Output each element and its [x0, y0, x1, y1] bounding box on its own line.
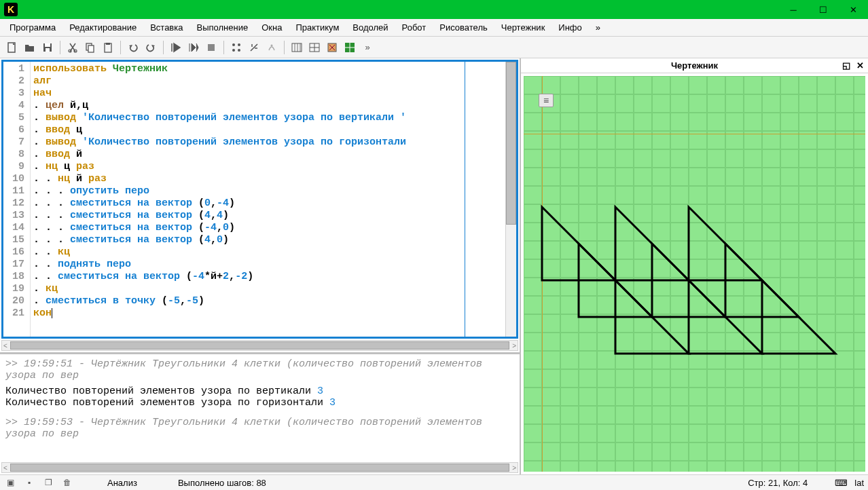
code-line[interactable]: . . поднять перо	[33, 259, 462, 271]
line-gutter: 123456789101112131415161718192021	[3, 62, 31, 337]
code-line[interactable]: . кц	[33, 283, 462, 295]
panel-close-button[interactable]: ✕	[854, 60, 865, 71]
maximize-button[interactable]: ☐	[808, 0, 838, 19]
cursor-position: Стр: 21, Кол: 4	[748, 478, 808, 488]
menu-окна[interactable]: Окна	[255, 20, 289, 35]
svg-point-14	[238, 49, 240, 52]
canvas-menu-button[interactable]: ≡	[539, 94, 554, 107]
menu-»[interactable]: »	[589, 20, 607, 35]
status-analysis: Анализ	[107, 478, 137, 488]
more-button[interactable]: »	[359, 39, 376, 56]
code-line[interactable]: . . . сместиться на вектор (-4,0)	[33, 222, 462, 234]
drawing-canvas[interactable]: ≡	[524, 76, 865, 472]
code-line[interactable]: . . кц	[33, 246, 462, 259]
pal-button[interactable]	[324, 39, 340, 56]
redo-button[interactable]	[143, 39, 159, 56]
code-line[interactable]: алг	[33, 75, 462, 88]
paste-button[interactable]	[100, 39, 116, 56]
vertical-scrollbar[interactable]	[505, 62, 516, 337]
code-area[interactable]: использовать Чертежникалгнач. цел й,ц. в…	[31, 62, 465, 337]
minimize-button[interactable]: ─	[778, 0, 808, 19]
menu-вставка[interactable]: Вставка	[143, 20, 189, 35]
menu-выполнение[interactable]: Выполнение	[189, 20, 255, 35]
menu-программа[interactable]: Программа	[3, 20, 62, 35]
svg-rect-7	[88, 45, 94, 52]
green-button[interactable]	[342, 39, 358, 56]
code-line[interactable]: . ввод ц	[33, 124, 462, 136]
console-output: Количество повторений элементов узора по…	[5, 397, 329, 409]
save-button[interactable]	[39, 39, 56, 56]
code-line[interactable]: . . . сместиться на вектор (4,0)	[33, 234, 462, 246]
console-value: 3	[329, 397, 336, 409]
console-icon[interactable]: ▣	[4, 476, 16, 489]
code-line[interactable]: . цел й,ц	[33, 100, 462, 112]
code-line[interactable]: использовать Чертежник	[33, 63, 462, 75]
panel-title-text: Чертежник	[671, 60, 718, 71]
svg-point-15	[271, 44, 273, 46]
console-scrollbar[interactable]: <>	[1, 462, 518, 473]
run-button[interactable]	[168, 39, 184, 56]
editor-margin	[465, 62, 505, 337]
code-line[interactable]: . . . сместиться на вектор (0,-4)	[33, 197, 462, 210]
code-line[interactable]: . вывод 'Количество повторений элементов…	[33, 112, 462, 124]
toolbar: »	[0, 37, 868, 58]
menu-чертежник[interactable]: Чертежник	[494, 20, 552, 35]
code-line[interactable]: . . . опустить перо	[33, 185, 462, 197]
console-timestamp: >> 19:59:53 - Чертёжник Треугольники 4 к…	[5, 417, 514, 440]
undo-button[interactable]	[125, 39, 141, 56]
console-value: 3	[317, 385, 323, 397]
svg-rect-10	[208, 44, 215, 51]
menu-водолей[interactable]: Водолей	[346, 20, 395, 35]
tog2-button[interactable]	[246, 39, 262, 56]
menu-практикум[interactable]: Практикум	[289, 20, 346, 35]
step-button[interactable]	[185, 39, 202, 56]
svg-rect-9	[106, 43, 110, 45]
code-line[interactable]: . . нц й раз	[33, 173, 462, 185]
tog1-button[interactable]	[228, 39, 245, 56]
editor[interactable]: 123456789101112131415161718192021 исполь…	[1, 60, 518, 339]
drawing-svg	[524, 76, 863, 472]
svg-point-13	[232, 49, 235, 52]
code-line[interactable]: . сместиться в точку (-5,-5)	[33, 295, 462, 307]
cut-button[interactable]	[65, 39, 81, 56]
grid2-button[interactable]	[306, 39, 323, 56]
code-line[interactable]: . . . сместиться на вектор (4,4)	[33, 210, 462, 222]
code-line[interactable]: . нц ц раз	[33, 161, 462, 173]
copy-icon[interactable]: ❐	[42, 476, 54, 489]
menu-редактирование[interactable]: Редактирование	[62, 20, 143, 35]
status-steps: Выполнено шагов: 88	[178, 478, 266, 488]
grid1-button[interactable]	[289, 39, 305, 56]
menu-робот[interactable]: Робот	[395, 20, 433, 35]
statusbar: ▣ ▪ ❐ 🗑 Анализ Выполнено шагов: 88 Стр: …	[0, 474, 868, 490]
panel-title: Чертежник ◱ ✕	[521, 58, 868, 73]
stop-button[interactable]	[203, 39, 219, 56]
console-timestamp: >> 19:59:51 - Чертёжник Треугольники 4 к…	[5, 358, 514, 381]
trash-icon[interactable]: 🗑	[61, 476, 73, 489]
close-button[interactable]: ✕	[838, 0, 868, 19]
menu-инфо[interactable]: Инфо	[551, 20, 588, 35]
menu-рисователь[interactable]: Рисователь	[433, 20, 494, 35]
console-output: Количество повторений элементов узора по…	[5, 385, 317, 397]
panel-popout-button[interactable]: ◱	[841, 60, 852, 71]
svg-point-11	[232, 43, 235, 46]
output-console[interactable]: >> 19:59:51 - Чертёжник Треугольники 4 к…	[0, 354, 520, 462]
logo-icon: K	[4, 3, 18, 16]
code-line[interactable]: нач	[33, 88, 462, 100]
open-button[interactable]	[22, 39, 38, 56]
titlebar: K ─ ☐ ✕	[0, 0, 868, 19]
input-language: lat	[854, 478, 864, 488]
code-line[interactable]: кон	[33, 307, 462, 320]
svg-rect-2	[45, 43, 50, 47]
code-line[interactable]: . вывод 'Количество повторений элементов…	[33, 136, 462, 149]
copy-button[interactable]	[82, 39, 98, 56]
save-icon[interactable]: ▪	[23, 476, 35, 489]
svg-rect-3	[46, 48, 50, 52]
svg-point-12	[238, 43, 240, 46]
code-line[interactable]: . ввод й	[33, 149, 462, 161]
horizontal-scrollbar[interactable]: <>	[1, 340, 518, 351]
code-line[interactable]: . . сместиться на вектор (-4*й+2,-2)	[33, 271, 462, 283]
tog3-button[interactable]	[264, 39, 280, 56]
new-button[interactable]	[4, 39, 20, 56]
menubar: ПрограммаРедактированиеВставкаВыполнение…	[0, 19, 868, 37]
